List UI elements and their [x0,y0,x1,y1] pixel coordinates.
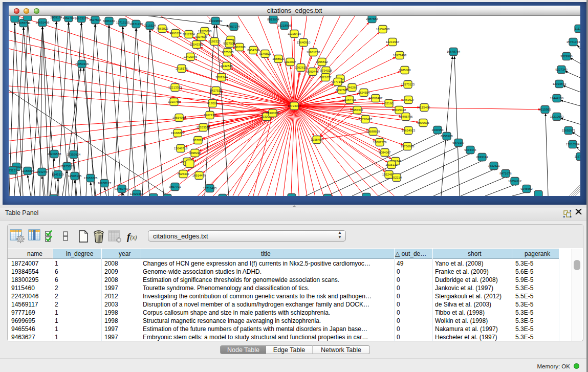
svg-text:12973125: 12973125 [401,83,415,86]
svg-text:1527602: 1527602 [89,18,101,21]
svg-text:18724007: 18724007 [288,104,301,107]
svg-text:9474444: 9474444 [464,148,476,151]
svg-text:20053346: 20053346 [75,62,89,65]
svg-text:8958928: 8958928 [441,135,453,138]
svg-text:19975867: 19975867 [60,165,74,168]
svg-text:12942757: 12942757 [35,170,49,173]
svg-text:7986372: 7986372 [351,108,363,112]
svg-text:9990443: 9990443 [307,70,319,73]
svg-text:9242845: 9242845 [221,64,233,68]
svg-text:8454749: 8454749 [247,49,259,52]
svg-text:6497568: 6497568 [336,89,348,92]
svg-text:19166827: 19166827 [171,132,185,135]
svg-text:2069174: 2069174 [50,16,62,19]
svg-text:7663822: 7663822 [156,27,168,30]
svg-text:10973493: 10973493 [393,54,407,57]
svg-text:8813054: 8813054 [267,18,279,21]
svg-text:1362615: 1362615 [295,66,307,69]
svg-text:9734028: 9734028 [320,69,332,72]
svg-text:7955812: 7955812 [316,60,328,63]
svg-text:2933114: 2933114 [476,156,489,159]
svg-text:2803144: 2803144 [215,76,228,79]
svg-text:18300295: 18300295 [266,112,280,115]
svg-text:9115460: 9115460 [419,106,431,109]
svg-text:20691406: 20691406 [36,21,50,24]
svg-text:2967608: 2967608 [233,46,246,49]
svg-text:3498222: 3498222 [189,151,201,155]
svg-text:16154808: 16154808 [376,28,390,31]
svg-text:19654988: 19654988 [172,116,186,119]
svg-text:9245652: 9245652 [520,187,533,190]
svg-text:8471676: 8471676 [499,172,512,175]
svg-text:20055714: 20055714 [17,21,31,25]
svg-text:(x): (x) [130,234,137,241]
svg-text:93151: 93151 [9,169,17,172]
svg-text:1615132: 1615132 [385,163,398,166]
svg-text:12923468: 12923468 [130,192,144,195]
svg-text:1621072: 1621072 [319,76,332,79]
svg-text:8215955: 8215955 [539,108,551,111]
svg-text:1824554: 1824554 [358,91,370,94]
svg-text:7485003: 7485003 [399,69,411,72]
svg-text:13495796: 13495796 [399,115,413,118]
svg-text:3267130: 3267130 [204,114,216,117]
svg-text:9857791: 9857791 [169,185,181,188]
svg-text:8427512: 8427512 [210,89,222,92]
svg-text:1588520: 1588520 [272,57,285,60]
svg-text:9327508: 9327508 [223,42,235,45]
svg-text:1322037: 1322037 [284,60,296,63]
svg-text:1145119: 1145119 [52,173,64,176]
svg-text:10688609: 10688609 [366,130,380,133]
svg-text:9329966: 9329966 [560,55,573,58]
svg-text:9327506: 9327506 [195,35,207,38]
svg-text:9463627: 9463627 [402,98,415,101]
svg-text:1938454: 1938454 [311,138,323,141]
svg-text:2087682: 2087682 [366,17,378,20]
svg-text:11123: 11123 [575,27,580,30]
svg-text:22420046: 22420046 [184,55,198,58]
svg-text:10653267: 10653267 [75,17,89,20]
svg-text:8186323: 8186323 [208,40,221,43]
svg-text:252214: 252214 [391,176,402,179]
svg-text:16033809: 16033809 [209,19,223,23]
svg-text:10654112: 10654112 [508,180,522,183]
svg-text:12213363: 12213363 [168,86,182,89]
svg-text:16914479: 16914479 [192,174,206,177]
svg-text:7857274: 7857274 [228,25,240,28]
svg-text:9960124: 9960124 [169,32,182,35]
svg-text:16961758: 16961758 [307,51,320,54]
svg-text:7632621: 7632621 [488,164,500,167]
svg-text:12213967: 12213967 [386,40,400,43]
svg-text:11325419: 11325419 [288,32,301,35]
svg-text:1010755: 1010755 [168,100,180,103]
svg-text:15716485: 15716485 [203,187,217,190]
svg-text:16210643: 16210643 [550,115,564,118]
svg-text:19654923: 19654923 [402,129,416,132]
svg-text:12444156: 12444156 [550,97,564,100]
svg-text:8912954: 8912954 [183,33,195,36]
svg-text:10807487: 10807487 [369,97,383,100]
svg-text:10025438: 10025438 [393,108,406,112]
svg-text:9146821: 9146821 [259,52,271,55]
svg-text:7625402: 7625402 [177,172,189,176]
svg-text:1662703: 1662703 [62,16,75,19]
svg-text:13640910: 13640910 [297,41,311,44]
svg-text:19218906: 19218906 [278,24,292,27]
svg-text:2718176: 2718176 [176,67,188,70]
svg-text:6899695: 6899695 [417,121,429,124]
svg-text:17359924: 17359924 [67,153,81,156]
svg-text:7515524: 7515524 [144,24,156,27]
svg-text:1640954: 1640954 [431,128,444,132]
svg-text:887833: 887833 [193,139,204,142]
svg-text:10671355: 10671355 [129,23,143,26]
svg-text:9084067: 9084067 [379,151,391,154]
svg-text:12156829: 12156829 [21,169,35,172]
svg-text:9777169: 9777169 [332,80,344,83]
svg-text:12353594: 12353594 [197,126,210,129]
svg-text:9227349: 9227349 [555,68,568,71]
svg-text:6879197: 6879197 [452,141,465,144]
svg-text:15692971: 15692971 [562,129,576,132]
svg-text:10719155: 10719155 [116,21,130,24]
svg-text:13226058: 13226058 [198,30,212,33]
svg-text:15720407: 15720407 [359,118,373,121]
